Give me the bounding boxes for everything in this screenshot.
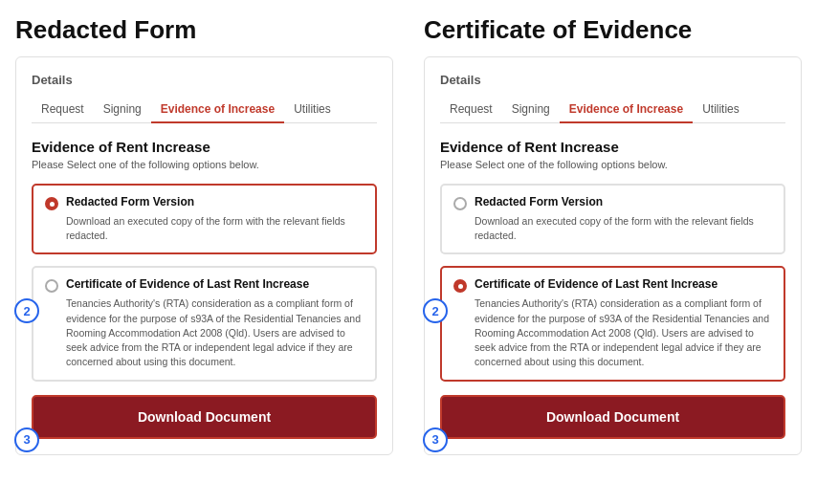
left-section-label: Details (32, 73, 377, 87)
right-radio-redacted (453, 197, 467, 210)
left-option-certificate[interactable]: Certificate of Evidence of Last Rent Inc… (32, 266, 377, 381)
right-column: Certificate of Evidence Details Request … (424, 15, 802, 455)
right-tab-request[interactable]: Request (440, 97, 502, 123)
left-tab-signing[interactable]: Signing (94, 97, 151, 123)
right-section-heading: Evidence of Rent Increase (440, 139, 785, 155)
right-tab-signing[interactable]: Signing (502, 97, 560, 123)
right-radio-certificate (453, 279, 467, 293)
left-option-redacted[interactable]: Redacted Form Version Download an execut… (32, 184, 377, 254)
left-tab-request[interactable]: Request (32, 97, 94, 123)
left-card: Details Request Signing Evidence of Incr… (15, 56, 393, 455)
right-download-button[interactable]: Download Document (440, 395, 785, 439)
left-options-wrapper: 2 Redacted Form Version Download an exec… (32, 184, 377, 439)
left-option-redacted-row: Redacted Form Version (45, 195, 364, 210)
left-option-certificate-row: Certificate of Evidence of Last Rent Inc… (45, 277, 364, 293)
right-options-wrapper: 2 Redacted Form Version Download an exec… (440, 184, 785, 439)
right-option-certificate-row: Certificate of Evidence of Last Rent Inc… (453, 277, 772, 293)
right-option-certificate-desc: Tenancies Authority's (RTA) consideratio… (475, 296, 772, 369)
left-radio-redacted (45, 197, 58, 210)
left-option-certificate-desc: Tenancies Authority's (RTA) consideratio… (66, 296, 364, 369)
right-card: Details Request Signing Evidence of Incr… (424, 56, 802, 455)
left-tab-evidence[interactable]: Evidence of Increase (151, 97, 284, 123)
right-section-subtext: Please Select one of the following optio… (440, 159, 785, 170)
left-title: Redacted Form (15, 15, 393, 45)
left-option-certificate-title: Certificate of Evidence of Last Rent Inc… (66, 277, 309, 291)
right-title: Certificate of Evidence (424, 15, 802, 45)
left-section-subtext: Please Select one of the following optio… (32, 159, 377, 170)
left-badge-2: 2 (14, 298, 39, 323)
left-option-redacted-title: Redacted Form Version (66, 195, 194, 208)
right-section-label: Details (440, 73, 785, 87)
right-tab-evidence[interactable]: Evidence of Increase (560, 97, 693, 123)
left-option-redacted-desc: Download an executed copy of the form wi… (66, 214, 364, 243)
left-badge-3: 3 (14, 427, 39, 452)
right-option-redacted-title: Redacted Form Version (475, 195, 603, 208)
right-badge-2: 2 (423, 298, 448, 323)
left-radio-certificate (45, 279, 58, 293)
right-option-redacted-row: Redacted Form Version (453, 195, 772, 210)
right-tab-utilities[interactable]: Utilities (693, 97, 749, 123)
left-download-button[interactable]: Download Document (32, 395, 377, 439)
right-option-redacted-desc: Download an executed copy of the form wi… (475, 214, 772, 243)
left-tab-utilities[interactable]: Utilities (284, 97, 341, 123)
right-badge-3: 3 (423, 427, 448, 452)
right-option-redacted[interactable]: Redacted Form Version Download an execut… (440, 184, 785, 254)
left-section-heading: Evidence of Rent Increase (32, 139, 377, 155)
right-tabs: Request Signing Evidence of Increase Uti… (440, 97, 785, 123)
left-column: Redacted Form Details Request Signing Ev… (15, 15, 393, 455)
left-tabs: Request Signing Evidence of Increase Uti… (32, 97, 377, 123)
right-option-certificate-title: Certificate of Evidence of Last Rent Inc… (475, 277, 718, 291)
right-option-certificate[interactable]: Certificate of Evidence of Last Rent Inc… (440, 266, 785, 381)
